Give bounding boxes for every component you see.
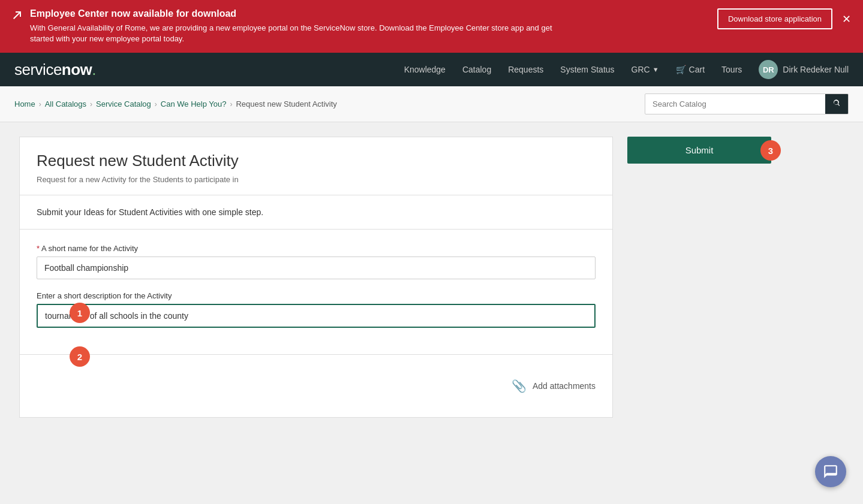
form-sidebar: Submit 3 — [627, 137, 771, 164]
search-icon — [832, 99, 841, 107]
breadcrumb-bar: Home › All Catalogs › Service Catalog › … — [0, 86, 863, 122]
form-subtitle: Request for a new Activity for the Stude… — [37, 175, 596, 184]
add-attachments-button[interactable]: Add attachments — [533, 381, 596, 391]
banner-close-button[interactable]: ✕ — [842, 14, 851, 25]
step-badge-2: 2 — [70, 346, 90, 367]
username: Dirk Redeker Null — [783, 65, 849, 74]
activity-desc-label: Enter a short description for the Activi… — [37, 291, 596, 300]
breadcrumb-home[interactable]: Home — [14, 99, 35, 108]
activity-name-input[interactable] — [37, 256, 596, 279]
attachments-section: 📎 Add attachments — [20, 355, 612, 417]
search-input[interactable] — [645, 95, 825, 113]
form-title: Request new Student Activity — [37, 152, 596, 170]
nav-requests[interactable]: Requests — [508, 65, 543, 74]
download-store-button[interactable]: Download store application — [717, 8, 832, 29]
nav-links: Knowledge Catalog Requests System Status… — [404, 60, 849, 79]
form-fields: * A short name for the Activity Enter a … — [20, 230, 612, 355]
logo-text: servicenow. — [14, 61, 96, 79]
form-description: Submit your Ideas for Student Activities… — [20, 195, 612, 230]
nav-system-status[interactable]: System Status — [560, 65, 614, 74]
nav-grc[interactable]: GRC ▼ — [632, 65, 659, 74]
activity-name-label: * A short name for the Activity — [37, 244, 596, 253]
banner-title: Employee Center now available for downlo… — [30, 8, 570, 19]
breadcrumb-sep-2: › — [90, 100, 92, 108]
form-card: Request new Student Activity Request for… — [19, 137, 613, 418]
required-star: * — [37, 244, 41, 253]
cart-icon: 🛒 — [676, 65, 686, 74]
main-navbar: servicenow. Knowledge Catalog Requests S… — [0, 53, 863, 86]
banner-actions: Download store application ✕ — [717, 8, 851, 29]
catalog-search — [645, 93, 849, 114]
attachment-icon: 📎 — [512, 379, 527, 393]
activity-desc-field-group: Enter a short description for the Activi… — [37, 291, 596, 328]
breadcrumb-can-we-help[interactable]: Can We Help You? — [161, 99, 227, 108]
user-menu[interactable]: DR Dirk Redeker Null — [759, 60, 849, 79]
nav-catalog[interactable]: Catalog — [462, 65, 491, 74]
form-header: Request new Student Activity Request for… — [20, 137, 612, 195]
nav-grc-label: GRC — [632, 65, 650, 74]
main-content: Request new Student Activity Request for… — [0, 122, 863, 432]
breadcrumb-current: Request new Student Activity — [236, 99, 336, 108]
nav-cart[interactable]: 🛒 Cart — [676, 65, 705, 74]
banner-text: Employee Center now available for downlo… — [30, 8, 570, 44]
breadcrumb-sep-3: › — [155, 100, 157, 108]
logo[interactable]: servicenow. — [14, 61, 96, 79]
chevron-down-icon: ▼ — [652, 66, 659, 73]
banner-content: Employee Center now available for downlo… — [12, 8, 570, 44]
step-badge-3: 3 — [760, 140, 781, 161]
breadcrumb-sep-4: › — [230, 100, 232, 108]
activity-name-field-group: * A short name for the Activity — [37, 244, 596, 279]
external-link-icon — [12, 10, 23, 23]
nav-tours[interactable]: Tours — [721, 65, 742, 74]
banner-body: With General Availability of Rome, we ar… — [30, 23, 570, 44]
breadcrumb-sep-1: › — [39, 100, 41, 108]
breadcrumb-service-catalog[interactable]: Service Catalog — [96, 99, 151, 108]
breadcrumb-all-catalogs[interactable]: All Catalogs — [45, 99, 86, 108]
activity-desc-input[interactable] — [37, 304, 596, 328]
breadcrumb: Home › All Catalogs › Service Catalog › … — [14, 99, 337, 108]
announcement-banner: Employee Center now available for downlo… — [0, 0, 863, 53]
avatar: DR — [759, 60, 778, 79]
nav-knowledge[interactable]: Knowledge — [404, 65, 446, 74]
step-badge-1: 1 — [70, 303, 90, 323]
search-button[interactable] — [825, 94, 848, 114]
nav-cart-label: Cart — [689, 65, 705, 74]
submit-button[interactable]: Submit — [627, 137, 771, 164]
